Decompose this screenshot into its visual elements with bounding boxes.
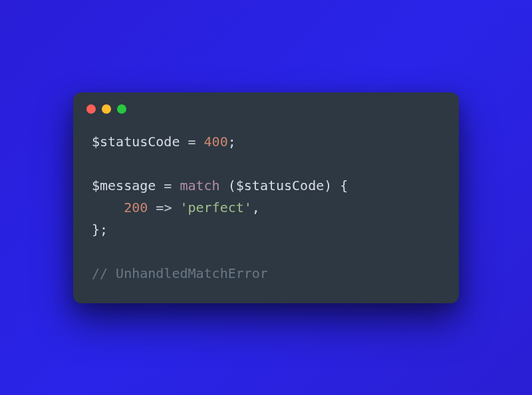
code-indent	[92, 199, 124, 215]
code-punct: ) {	[324, 178, 348, 194]
code-variable: $statusCode	[236, 178, 324, 194]
code-punct: ,	[252, 199, 260, 215]
minimize-icon[interactable]	[102, 104, 111, 114]
code-number: 200	[124, 199, 148, 215]
code-string: 'perfect'	[180, 199, 251, 215]
code-number: 400	[204, 134, 228, 150]
code-punct: (	[220, 178, 236, 194]
code-window: $statusCode = 400; $message = match ($st…	[73, 92, 459, 303]
close-icon[interactable]	[86, 104, 96, 114]
code-comment: // UnhandledMatchError	[92, 265, 268, 281]
code-punct: };	[92, 221, 108, 237]
code-variable: $message	[92, 178, 156, 194]
zoom-icon[interactable]	[117, 104, 126, 114]
code-variable: $statusCode	[92, 134, 180, 150]
code-operator: =>	[148, 199, 180, 215]
code-keyword: match	[180, 178, 219, 194]
code-punct: ;	[228, 134, 236, 150]
window-titlebar	[73, 92, 459, 116]
code-editor: $statusCode = 400; $message = match ($st…	[73, 116, 459, 303]
code-operator: =	[156, 178, 180, 194]
code-operator: =	[180, 134, 203, 150]
